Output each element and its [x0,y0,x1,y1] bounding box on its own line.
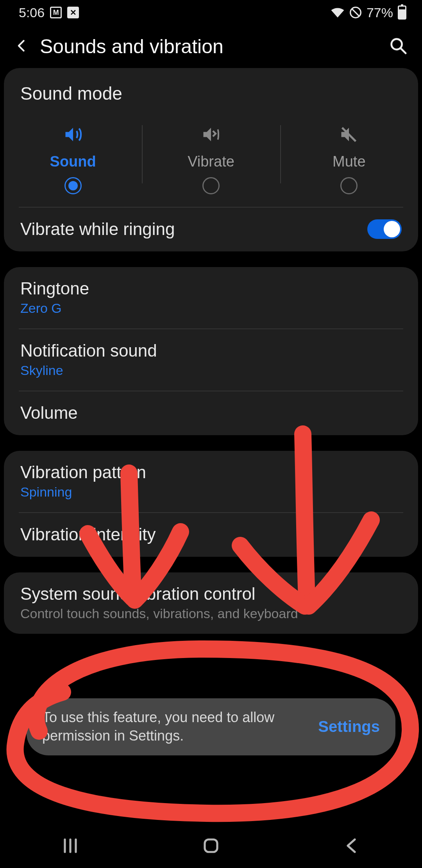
toggle-on[interactable] [367,219,402,239]
row-label: Vibration pattern [20,463,402,482]
row-label: Vibration intensity [20,525,402,544]
card-error-icon: ✕ [67,7,79,18]
volume-row[interactable]: Volume [4,391,418,435]
vibration-card: Vibration pattern Spinning Vibration int… [4,451,418,557]
recents-button[interactable] [61,836,80,857]
sound-mode-title: Sound mode [4,68,418,112]
speaker-icon [63,124,83,146]
gmail-notification-icon: M [50,7,62,18]
notification-sound-row[interactable]: Notification sound Skyline [4,329,418,391]
mode-label: Sound [50,153,96,170]
status-bar: 5:06 M ✕ 77% [0,0,422,25]
svg-rect-5 [205,839,217,852]
home-button[interactable] [202,836,220,857]
row-label: Volume [20,403,402,423]
nav-back-button[interactable] [342,836,361,857]
speaker-mute-icon [339,124,359,146]
sound-mode-card: Sound mode Sound Vibrate Mu [4,68,418,251]
row-label: Notification sound [20,341,402,360]
page-title: Sounds and vibration [40,35,377,58]
status-left: 5:06 M ✕ [19,5,79,20]
search-button[interactable] [389,37,407,56]
row-value: Skyline [20,363,402,378]
sounds-card: Ringtone Zero G Notification sound Skyli… [4,267,418,435]
svg-line-1 [352,9,359,16]
system-sound-card: System sound/vibration control Control t… [4,572,418,634]
clock: 5:06 [19,5,45,20]
mode-option-sound[interactable]: Sound [4,120,142,199]
svg-line-3 [401,48,406,53]
radio-unselected[interactable] [340,177,358,194]
back-button[interactable] [15,37,28,56]
radio-selected[interactable] [64,177,82,194]
toast-message: To use this feature, you need to allow p… [42,708,309,745]
status-right: 77% [331,5,406,20]
row-label: Ringtone [20,279,402,298]
mode-option-vibrate[interactable]: Vibrate [142,120,280,199]
mode-label: Vibrate [188,153,234,170]
do-not-disturb-icon [349,6,362,19]
row-label: System sound/vibration control [20,584,402,604]
wifi-icon [331,7,345,18]
row-description: Control touch sounds, vibrations, and ke… [20,606,402,621]
settings-content: Sound mode Sound Vibrate Mu [0,68,422,634]
vibrate-while-ringing-row[interactable]: Vibrate while ringing [4,208,418,251]
system-sound-row[interactable]: System sound/vibration control Control t… [4,572,418,634]
row-value: Spinning [20,484,402,500]
row-label: Vibrate while ringing [20,219,359,239]
ringtone-row[interactable]: Ringtone Zero G [4,267,418,328]
radio-unselected[interactable] [202,177,220,194]
mode-label: Mute [333,153,365,170]
vibration-intensity-row[interactable]: Vibration intensity [4,513,418,557]
app-bar: Sounds and vibration [0,25,422,68]
battery-icon [398,5,406,20]
sound-mode-options: Sound Vibrate Mute [4,112,418,207]
row-value: Zero G [20,301,402,316]
navigation-bar [0,825,422,868]
battery-percent: 77% [367,5,393,20]
vibrate-icon [201,124,221,146]
vibration-pattern-row[interactable]: Vibration pattern Spinning [4,451,418,512]
permission-toast: To use this feature, you need to allow p… [27,698,395,755]
mode-option-mute[interactable]: Mute [280,120,418,199]
toast-settings-button[interactable]: Settings [318,718,380,735]
